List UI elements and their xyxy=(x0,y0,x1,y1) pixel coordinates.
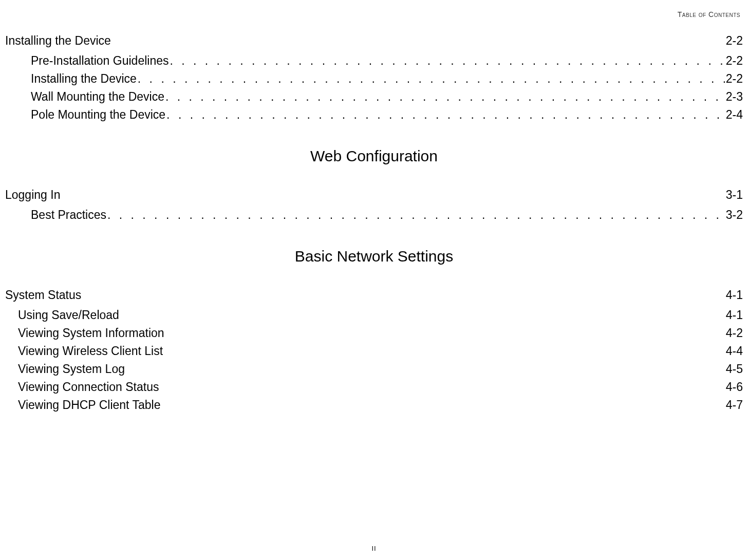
toc-chapter: System Status 4-1 xyxy=(5,288,743,302)
toc-sub-entry: Using Save/Reload 4-1 xyxy=(5,308,743,322)
sub-page: 4-4 xyxy=(726,344,743,358)
sub-page: 2-4 xyxy=(726,108,743,122)
section-heading: Web Configuration xyxy=(5,147,743,165)
sub-page: 2-2 xyxy=(726,54,743,68)
toc-sub-entry: Viewing Connection Status 4-6 xyxy=(5,380,743,394)
toc-chapter: Logging In 3-1 xyxy=(5,188,743,202)
toc-sub-entry: Pre-Installation Guidelines . . . . . . … xyxy=(5,54,743,68)
sub-page: 4-2 xyxy=(726,326,743,340)
sub-title: Viewing Connection Status xyxy=(18,380,159,394)
sub-title: Viewing System Information xyxy=(18,326,164,340)
sub-page: 2-2 xyxy=(726,72,743,86)
toc-sub-entry: Best Practices . . . . . . . . . . . . .… xyxy=(5,208,743,222)
dot-leader: . . . . . . . . . . . . . . . . . . . . … xyxy=(164,90,726,104)
toc-sub-entry: Viewing DHCP Client Table 4-7 xyxy=(5,398,743,412)
toc-sub-entry: Wall Mounting the Device . . . . . . . .… xyxy=(5,90,743,104)
sub-title: Pre-Installation Guidelines xyxy=(31,54,169,68)
sub-title: Wall Mounting the Device xyxy=(31,90,164,104)
sub-page: 4-5 xyxy=(726,362,743,376)
dot-leader: . . . . . . . . . . . . . . . . . . . . … xyxy=(137,72,726,86)
dot-leader: . . . . . . . . . . . . . . . . . . . . … xyxy=(169,54,725,68)
header-label: Table of Contents xyxy=(5,10,743,18)
chapter-title: Installing the Device xyxy=(5,34,111,48)
toc-sub-entry: Viewing System Log 4-5 xyxy=(5,362,743,376)
sub-page: 4-6 xyxy=(726,380,743,394)
toc-sub-entry: Installing the Device . . . . . . . . . … xyxy=(5,72,743,86)
chapter-title: Logging In xyxy=(5,188,60,202)
sub-page: 4-1 xyxy=(726,308,743,322)
sub-title: Installing the Device xyxy=(31,72,137,86)
sub-page: 2-3 xyxy=(726,90,743,104)
toc-chapter: Installing the Device 2-2 xyxy=(5,34,743,48)
sub-title: Using Save/Reload xyxy=(18,308,119,322)
toc-sub-entry: Pole Mounting the Device . . . . . . . .… xyxy=(5,108,743,122)
dot-leader: . . . . . . . . . . . . . . . . . . . . … xyxy=(106,208,726,222)
sub-page: 4-7 xyxy=(726,398,743,412)
page-number: II xyxy=(371,545,376,552)
dot-leader: . . . . . . . . . . . . . . . . . . . . … xyxy=(165,108,726,122)
sub-title: Pole Mounting the Device xyxy=(31,108,165,122)
sub-page: 3-2 xyxy=(726,208,743,222)
toc-sub-entry: Viewing System Information 4-2 xyxy=(5,326,743,340)
chapter-page: 3-1 xyxy=(726,188,743,202)
sub-title: Viewing Wireless Client List xyxy=(18,344,163,358)
sub-title: Viewing System Log xyxy=(18,362,125,376)
sub-title: Best Practices xyxy=(31,208,106,222)
section-heading: Basic Network Settings xyxy=(5,248,743,265)
chapter-page: 2-2 xyxy=(726,34,743,48)
sub-title: Viewing DHCP Client Table xyxy=(18,398,160,412)
chapter-title: System Status xyxy=(5,288,81,302)
toc-sub-entry: Viewing Wireless Client List 4-4 xyxy=(5,344,743,358)
chapter-page: 4-1 xyxy=(726,288,743,302)
